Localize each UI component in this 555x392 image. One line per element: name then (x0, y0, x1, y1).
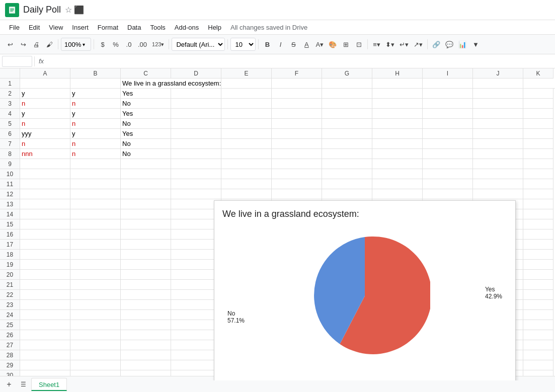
menu-format[interactable]: Format (94, 22, 122, 33)
cell-i7[interactable] (423, 139, 473, 149)
cell-i10[interactable] (423, 169, 473, 179)
menu-view[interactable]: View (45, 22, 67, 33)
cell-b3[interactable]: n (70, 99, 121, 109)
cell-h2[interactable] (372, 89, 423, 99)
cell-i5[interactable] (423, 119, 473, 129)
cell-a26[interactable] (20, 330, 70, 340)
cell-f6[interactable] (272, 129, 322, 139)
cell-f12[interactable] (272, 189, 322, 199)
cell-k18[interactable] (523, 250, 553, 260)
cell-b5[interactable]: n (70, 119, 121, 129)
cell-k25[interactable] (523, 320, 553, 330)
align-button[interactable]: ≡▾ (370, 37, 382, 51)
drive-icon[interactable]: ⬛ (74, 5, 84, 15)
merge-button[interactable]: ⊡ (353, 37, 365, 51)
cell-g7[interactable] (322, 139, 372, 149)
cell-k13[interactable] (523, 199, 553, 209)
cell-k11[interactable] (523, 179, 553, 189)
cell-e10[interactable] (221, 169, 272, 179)
cell-a5[interactable]: n (20, 119, 70, 129)
cell-c5[interactable]: No (121, 119, 171, 129)
cell-i3[interactable] (423, 99, 473, 109)
print-button[interactable]: 🖨 (30, 37, 42, 51)
cell-c13[interactable] (121, 199, 171, 209)
cell-b15[interactable] (70, 219, 121, 229)
cell-g6[interactable] (322, 129, 372, 139)
italic-button[interactable]: I (274, 37, 286, 51)
cell-a10[interactable] (20, 169, 70, 179)
cell-b1[interactable] (70, 79, 121, 89)
cell-a18[interactable] (20, 250, 70, 260)
cell-h11[interactable] (372, 179, 423, 189)
cell-c2[interactable]: Yes (121, 89, 171, 99)
cell-d1[interactable] (221, 79, 272, 89)
cell-a7[interactable]: n (20, 139, 70, 149)
menu-tools[interactable]: Tools (146, 22, 169, 33)
cell-d12[interactable] (171, 189, 221, 199)
sheet-tab-sheet1[interactable]: Sheet1 (31, 378, 67, 381)
cell-h6[interactable] (372, 129, 423, 139)
wrap-button[interactable]: ↵▾ (398, 37, 411, 51)
link-button[interactable]: 🔗 (430, 37, 442, 51)
cell-f2[interactable] (272, 89, 322, 99)
cell-c23[interactable] (121, 300, 171, 310)
cell-k23[interactable] (523, 300, 553, 310)
cell-e2[interactable] (221, 89, 272, 99)
cell-k17[interactable] (523, 240, 553, 250)
fill-color-button[interactable]: 🎨 (327, 37, 339, 51)
filter-button[interactable]: ▼ (469, 37, 482, 51)
cell-a25[interactable] (20, 320, 70, 330)
cell-k21[interactable] (523, 280, 553, 290)
cell-d6[interactable] (171, 129, 221, 139)
text-color-button[interactable]: A▾ (313, 37, 326, 51)
cell-a14[interactable] (20, 209, 70, 219)
cell-k20[interactable] (523, 270, 553, 280)
font-family-selector[interactable]: Default (Ari... (172, 38, 225, 51)
menu-addons[interactable]: Add-ons (171, 22, 203, 33)
cell-b28[interactable] (70, 350, 121, 360)
col-header-g[interactable]: G (322, 68, 372, 79)
cell-h5[interactable] (372, 119, 423, 129)
cell-b18[interactable] (70, 250, 121, 260)
cell-j5[interactable] (473, 119, 523, 129)
currency-button[interactable]: $ (97, 37, 109, 51)
cell-b13[interactable] (70, 199, 121, 209)
cell-j2[interactable] (473, 89, 523, 99)
cell-k27[interactable] (523, 340, 553, 350)
cell-e6[interactable] (221, 129, 272, 139)
cell-e11[interactable] (221, 179, 272, 189)
cell-c16[interactable] (121, 229, 171, 240)
cell-c6[interactable]: Yes (121, 129, 171, 139)
redo-button[interactable]: ↪ (17, 37, 29, 51)
cell-d7[interactable] (171, 139, 221, 149)
cell-e9[interactable] (221, 159, 272, 169)
col-header-h[interactable]: H (372, 68, 423, 79)
cell-k12[interactable] (523, 189, 553, 199)
cell-h12[interactable] (372, 189, 423, 199)
cell-h9[interactable] (372, 159, 423, 169)
menu-file[interactable]: File (5, 22, 24, 33)
cell-a8[interactable]: nnn (20, 149, 70, 159)
cell-k3[interactable] (523, 99, 553, 109)
sheet-list-button[interactable]: ☰ (17, 377, 29, 381)
cell-a20[interactable] (20, 270, 70, 280)
cell-h1[interactable] (423, 79, 473, 89)
cell-a13[interactable] (20, 199, 70, 209)
cell-a28[interactable] (20, 350, 70, 360)
underline-button[interactable]: A (300, 37, 312, 51)
cell-j12[interactable] (473, 189, 523, 199)
cell-f5[interactable] (272, 119, 322, 129)
cell-b10[interactable] (70, 169, 121, 179)
cell-b2[interactable]: y (70, 89, 121, 99)
cell-f1[interactable] (322, 79, 372, 89)
cell-f8[interactable] (272, 149, 322, 159)
menu-edit[interactable]: Edit (25, 22, 44, 33)
cell-g11[interactable] (322, 179, 372, 189)
undo-button[interactable]: ↩ (4, 37, 16, 51)
cell-f3[interactable] (272, 99, 322, 109)
cell-k19[interactable] (523, 260, 553, 270)
chart-overlay[interactable]: We live in a grassland ecosystem: Yes 42… (214, 200, 516, 380)
cell-i12[interactable] (423, 189, 473, 199)
strikethrough-button[interactable]: S (287, 37, 299, 51)
cell-i11[interactable] (423, 179, 473, 189)
